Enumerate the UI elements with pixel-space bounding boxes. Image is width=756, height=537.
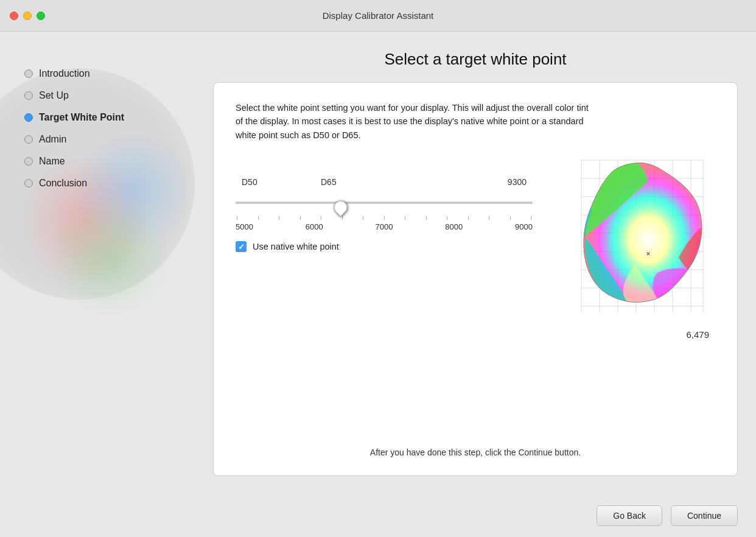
sidebar-item-introduction[interactable]: Introduction (24, 68, 201, 79)
bottom-bar: Go Back Continue (201, 494, 756, 537)
continue-button[interactable]: Continue (671, 505, 738, 526)
minimize-button[interactable] (23, 12, 32, 20)
white-point-slider[interactable] (236, 202, 533, 204)
sidebar-nav: Introduction Set Up Target White Point A… (0, 32, 201, 189)
go-back-button[interactable]: Go Back (597, 505, 662, 526)
native-white-point-label: Use native white point (253, 242, 339, 251)
titlebar: Display Calibrator Assistant (0, 0, 756, 32)
label-9000: 9000 (515, 222, 533, 231)
sidebar-label-introduction: Introduction (39, 68, 90, 79)
label-8000: 8000 (445, 222, 463, 231)
sidebar-item-setup[interactable]: Set Up (24, 90, 201, 101)
label-6000: 6000 (306, 222, 323, 231)
cie-value: 6,479 (686, 329, 709, 340)
sidebar-label-admin: Admin (39, 134, 66, 145)
tick-5 (321, 216, 321, 220)
tick-4 (300, 216, 301, 220)
slider-bottom-labels: 5000 6000 7000 8000 9000 (236, 222, 533, 231)
tick-10 (426, 216, 427, 220)
tick-8 (384, 216, 385, 220)
sidebar-label-target-white-point: Target White Point (39, 112, 124, 123)
close-button[interactable] (10, 12, 18, 20)
tick-1 (237, 216, 237, 220)
nav-dot-admin (24, 135, 33, 144)
label-9300: 9300 (508, 177, 527, 187)
content-card: Select the white point setting you want … (213, 82, 738, 476)
blob-green (49, 196, 170, 318)
checkbox-checkmark: ✓ (238, 243, 245, 251)
label-5000: 5000 (236, 222, 253, 231)
tick-6 (342, 216, 343, 220)
nav-dot-name (24, 157, 33, 166)
white-point-slider-wrapper[interactable] (236, 191, 533, 215)
tick-13 (489, 216, 489, 220)
tick-12 (468, 216, 469, 220)
label-d65: D65 (321, 177, 337, 187)
native-white-point-checkbox[interactable]: ✓ (236, 241, 247, 252)
sidebar: Introduction Set Up Target White Point A… (0, 32, 201, 537)
page-title: Select a target white point (213, 50, 738, 69)
sidebar-label-setup: Set Up (39, 90, 69, 101)
window-title: Display Calibrator Assistant (323, 10, 434, 21)
tick-3 (279, 216, 279, 220)
sidebar-label-conclusion: Conclusion (39, 178, 87, 189)
sidebar-item-target-white-point[interactable]: Target White Point (24, 112, 201, 123)
label-d50: D50 (242, 177, 257, 187)
maximize-button[interactable] (37, 12, 45, 20)
tick-9 (405, 216, 405, 220)
slider-top-labels: D50 D65 9300 (236, 172, 533, 187)
tick-7 (363, 216, 363, 220)
slider-ticks (236, 216, 533, 220)
cie-diagram: × (557, 154, 715, 325)
description-text: Select the white point setting you want … (236, 101, 589, 142)
cie-container: × 6,479 (545, 154, 715, 340)
controls-row: D50 D65 9300 (236, 154, 715, 435)
content-area: Select a target white point Select the w… (201, 32, 756, 494)
label-7000: 7000 (376, 222, 393, 231)
main-layout: Introduction Set Up Target White Point A… (0, 32, 756, 537)
tick-11 (447, 216, 447, 220)
slider-section: D50 D65 9300 (236, 154, 533, 252)
sidebar-item-conclusion[interactable]: Conclusion (24, 178, 201, 189)
footer-note: After you have done this step, click the… (236, 448, 715, 457)
sidebar-label-name: Name (39, 156, 65, 167)
nav-dot-conclusion (24, 179, 33, 188)
window-controls (10, 12, 45, 20)
native-white-point-row[interactable]: ✓ Use native white point (236, 241, 533, 252)
nav-dot-setup (24, 91, 33, 100)
sidebar-item-name[interactable]: Name (24, 156, 201, 167)
nav-dot-introduction (24, 69, 33, 78)
sidebar-item-admin[interactable]: Admin (24, 134, 201, 145)
tick-2 (258, 216, 259, 220)
nav-dot-target-white-point (24, 113, 33, 122)
tick-15 (531, 216, 531, 220)
white-point-marker: × (646, 250, 650, 258)
tick-14 (510, 216, 511, 220)
